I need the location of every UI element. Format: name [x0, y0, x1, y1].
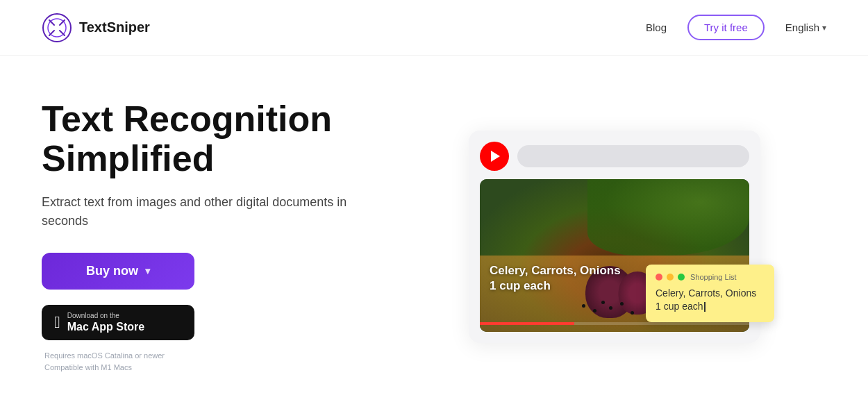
buy-now-button[interactable]: Buy now ▾	[42, 253, 194, 290]
peppercorn	[620, 302, 624, 306]
language-label: English	[785, 22, 819, 33]
youtube-icon	[480, 142, 509, 171]
address-bar	[517, 145, 749, 167]
note-line2: 1 cup each	[656, 300, 765, 314]
try-free-button[interactable]: Try it free	[687, 15, 765, 40]
video-text-line2: 1 cup each	[490, 278, 621, 294]
logo-area: TextSniper	[42, 12, 150, 43]
svg-point-0	[43, 14, 71, 42]
main-content: Text Recognition Simplified Extract text…	[0, 56, 868, 418]
headline-line1: Text Recognition	[42, 99, 332, 139]
footnote-line2: Compatible with M1 Macs	[44, 362, 375, 374]
hero-left: Text Recognition Simplified Extract text…	[42, 99, 375, 374]
dot-red	[656, 274, 662, 281]
peppercorn	[601, 301, 605, 304]
hero-right: Celery, Carrots, Onions 1 cup each Shopp…	[403, 56, 826, 418]
note-content: Celery, Carrots, Onions 1 cup each	[656, 287, 765, 314]
buy-btn-label: Buy now	[86, 264, 138, 278]
shopping-note: Shopping List Celery, Carrots, Onions 1 …	[646, 265, 774, 322]
video-progress-bar	[480, 322, 749, 325]
peppercorn	[593, 309, 596, 312]
progress-bar-fill	[480, 322, 574, 325]
logo-icon	[42, 12, 72, 43]
app-store-text: Download on the Mac App Store	[67, 312, 144, 333]
hero-headline: Text Recognition Simplified	[42, 99, 375, 178]
app-store-small-label: Download on the	[67, 312, 144, 320]
headline-line2: Simplified	[42, 138, 214, 178]
dot-yellow	[667, 274, 674, 281]
text-cursor	[704, 302, 706, 312]
play-triangle	[491, 151, 500, 162]
video-text-line1: Celery, Carrots, Onions	[490, 263, 621, 278]
note-title: Shopping List	[690, 273, 737, 281]
note-line1: Celery, Carrots, Onions	[656, 287, 765, 301]
header: TextSniper Blog Try it free English ▾	[0, 0, 868, 56]
footnote: Requires macOS Catalina or newer Compati…	[44, 350, 375, 374]
language-selector[interactable]: English ▾	[785, 22, 826, 33]
demo-card: Celery, Carrots, Onions 1 cup each Shopp…	[469, 131, 760, 343]
app-store-large-label: Mac App Store	[67, 320, 144, 333]
herb-background	[587, 179, 749, 256]
card-top-bar	[480, 142, 749, 171]
chevron-down-icon: ▾	[822, 23, 826, 33]
apple-icon: 	[54, 314, 60, 331]
hero-subtext: Extract text from images and other digit…	[42, 193, 375, 231]
video-overlay-text: Celery, Carrots, Onions 1 cup each	[490, 263, 621, 294]
note-header: Shopping List	[656, 273, 765, 281]
blog-link[interactable]: Blog	[646, 22, 667, 33]
nav-right: Blog Try it free English ▾	[646, 15, 826, 40]
dot-green	[678, 274, 685, 281]
logo-text: TextSniper	[79, 19, 150, 35]
chevron-down-icon: ▾	[145, 265, 150, 276]
footnote-line1: Requires macOS Catalina or newer	[44, 350, 375, 362]
app-store-button[interactable]:  Download on the Mac App Store	[42, 305, 194, 340]
